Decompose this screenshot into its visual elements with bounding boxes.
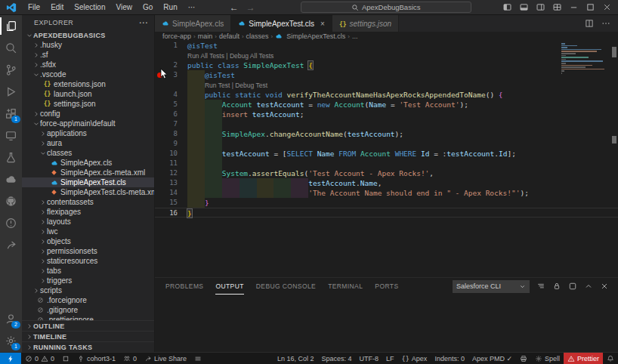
- activity-extensions[interactable]: 1: [0, 103, 22, 125]
- tree-folder-apexdebugbasics[interactable]: APEXDEBUGBASICS: [22, 30, 154, 40]
- activity-issues[interactable]: [0, 212, 22, 234]
- menu-run[interactable]: Run: [158, 0, 182, 14]
- tree-file--forceignore[interactable]: .forceignore: [22, 295, 154, 305]
- output-channel-select[interactable]: Salesforce CLI: [453, 280, 530, 293]
- activity-github[interactable]: [0, 190, 22, 212]
- tree-file-simpleapex-cls[interactable]: SimpleApex.cls: [22, 158, 154, 168]
- close-button[interactable]: [600, 2, 613, 14]
- menu-selection[interactable]: Selection: [69, 0, 110, 14]
- activity-source-control[interactable]: [0, 59, 22, 81]
- close-panel-button[interactable]: [600, 282, 609, 291]
- tree-folder-scripts[interactable]: scripts: [22, 285, 154, 295]
- breadcrumb-item[interactable]: default: [219, 32, 239, 40]
- panel-tab-ports[interactable]: PORTS: [375, 279, 398, 295]
- split-editor-button[interactable]: [585, 19, 594, 28]
- sidebar-section-timeline[interactable]: TIMELINE: [22, 331, 154, 341]
- breadcrumb-item[interactable]: classes: [246, 32, 269, 40]
- panel-tab-output[interactable]: OUTPUT: [215, 279, 243, 295]
- activity-settings[interactable]: 1: [0, 330, 22, 352]
- status-prettier[interactable]: Prettier: [564, 353, 603, 364]
- tree-folder--sf[interactable]: .sf: [22, 50, 154, 60]
- status-problems-counter[interactable]: 00: [21, 353, 58, 364]
- tree-folder-config[interactable]: config: [22, 109, 154, 119]
- tree-folder-lwc[interactable]: lwc: [22, 227, 154, 236]
- status-eol[interactable]: LF: [382, 353, 398, 364]
- tab-settings-json[interactable]: {}settings.json: [332, 15, 399, 32]
- tree-file-simpleapex-cls-meta-xml[interactable]: SimpleApex.cls-meta.xml: [22, 168, 154, 177]
- status-cursor-position[interactable]: Ln 16, Col 2: [273, 353, 318, 364]
- status-participants-counter[interactable]: 0: [119, 353, 141, 364]
- activity-explorer[interactable]: [0, 15, 22, 37]
- breakpoint-icon[interactable]: [157, 72, 162, 78]
- tree-file-settings-json[interactable]: {}settings.json: [22, 99, 154, 109]
- sidebar-section-running-tasks[interactable]: RUNNING TASKS: [22, 341, 154, 352]
- status-live-share[interactable]: Live Share: [141, 353, 190, 364]
- panel-tab-terminal[interactable]: TERMINAL: [328, 279, 363, 295]
- status-indents[interactable]: Indents: 0: [431, 353, 468, 364]
- tree-folder-contentassets[interactable]: contentassets: [22, 197, 154, 207]
- explorer-more-actions-button[interactable]: ⋯: [139, 17, 148, 28]
- tree-folder-flexipages[interactable]: flexipages: [22, 207, 154, 217]
- status-remote-indicator[interactable]: [0, 353, 21, 364]
- status-default-org[interactable]: cohort3-1: [73, 353, 119, 364]
- activity-search[interactable]: [0, 37, 22, 59]
- layout-right-button[interactable]: [533, 2, 547, 14]
- panel-tab-debug-console[interactable]: DEBUG CONSOLE: [256, 279, 316, 295]
- editor-more-actions-button[interactable]: [601, 19, 610, 28]
- maximize-panel-button[interactable]: [584, 282, 593, 291]
- menu-go[interactable]: Go: [138, 0, 158, 14]
- status-notifications[interactable]: [603, 353, 618, 364]
- activity-testing[interactable]: [0, 147, 22, 168]
- menu-view[interactable]: View: [111, 0, 138, 14]
- open-in-editor-button[interactable]: [568, 282, 577, 291]
- code-editor[interactable]: 1@isTestRun All Tests | Debug All Tests2…: [155, 41, 618, 277]
- tree-folder-layouts[interactable]: layouts: [22, 217, 154, 227]
- breadcrumb-item[interactable]: main: [198, 32, 213, 40]
- status-printer[interactable]: [516, 353, 531, 364]
- status-encoding[interactable]: UTF-8: [356, 353, 383, 364]
- activity-run-and-debug[interactable]: [0, 81, 22, 103]
- maximize-button[interactable]: [583, 2, 597, 14]
- command-center-search[interactable]: ApexDebugBasics: [301, 2, 471, 13]
- tree-folder-triggers[interactable]: triggers: [22, 276, 154, 285]
- status-tasks-menu[interactable]: [190, 353, 205, 364]
- clear-output-button[interactable]: [536, 282, 545, 291]
- activity-accounts[interactable]: 2: [0, 308, 22, 330]
- breadcrumb-item[interactable]: force-app: [162, 32, 191, 40]
- tree-folder-tabs[interactable]: tabs: [22, 266, 154, 276]
- tree-folder-permissionsets[interactable]: permissionsets: [22, 246, 154, 256]
- codelens-link[interactable]: Run All Tests | Debug All Tests: [187, 52, 273, 60]
- status-spell-checker[interactable]: Spell: [531, 353, 564, 364]
- tree-folder-staticresources[interactable]: staticresources: [22, 256, 154, 266]
- sidebar-section-outline[interactable]: OUTLINE: [22, 320, 154, 331]
- breadcrumb-item[interactable]: SimpleApexTest.cls: [286, 32, 345, 40]
- panel-tab-problems[interactable]: PROBLEMS: [165, 279, 203, 295]
- forward-button[interactable]: →: [246, 2, 255, 13]
- status-language-mode[interactable]: {}Apex: [398, 353, 431, 364]
- activity-live-share[interactable]: [0, 234, 22, 256]
- lock-scroll-button[interactable]: [552, 282, 561, 291]
- tree-folder-classes[interactable]: classes: [22, 148, 154, 158]
- tree-file-extensions-json[interactable]: {}extensions.json: [22, 79, 154, 89]
- menu-file[interactable]: File: [23, 0, 45, 14]
- tree-folder--husky[interactable]: .husky: [22, 40, 154, 50]
- layout-left-button[interactable]: [500, 2, 514, 14]
- activity-remote-explorer[interactable]: [0, 125, 22, 147]
- tree-file-simpleapextest-cls-meta-xml[interactable]: SimpleApexTest.cls-meta.xml: [22, 187, 154, 197]
- tree-folder-aura[interactable]: aura: [22, 138, 154, 148]
- tree-file-launch-json[interactable]: {}launch.json: [22, 89, 154, 99]
- tree-file-simpleapextest-cls[interactable]: SimpleApexTest.cls: [22, 177, 154, 187]
- tree-folder-applications[interactable]: applications: [22, 128, 154, 138]
- tree-file--prettierignore[interactable]: .prettierignore: [22, 315, 154, 320]
- overview-ruler[interactable]: [610, 41, 618, 277]
- tree-folder--sfdx[interactable]: .sfdx: [22, 60, 154, 69]
- tab-simpleapex-cls[interactable]: SimpleApex.cls: [155, 15, 231, 32]
- tree-file--gitignore[interactable]: .gitignore: [22, 305, 154, 315]
- status-apex-pmd[interactable]: Apex PMD ✓: [468, 353, 516, 364]
- layout-grid-button[interactable]: [550, 2, 564, 14]
- tree-folder-force-app-main-default[interactable]: force-app\main\default: [22, 119, 154, 128]
- minimize-button[interactable]: [567, 2, 580, 14]
- tree-folder--vscode[interactable]: .vscode: [22, 69, 154, 79]
- tab-simpleapextest-cls[interactable]: SimpleApexTest.cls×: [231, 15, 332, 32]
- back-button[interactable]: ←: [230, 2, 239, 13]
